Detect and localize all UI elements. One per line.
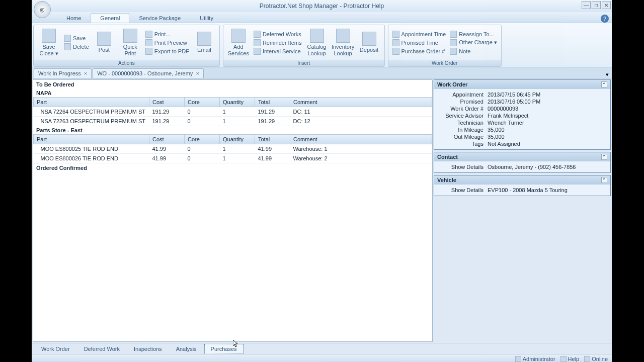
status-help[interactable]: Help (560, 356, 580, 362)
tab-wip[interactable]: Work In Progress× (34, 68, 92, 78)
deferred-works-button[interactable]: Deferred Works (253, 30, 303, 38)
other-charge-button[interactable]: Other Charge ▾ (449, 39, 498, 47)
column-header[interactable]: Part (34, 135, 149, 144)
other-charge-button-icon (450, 39, 457, 46)
table-row[interactable]: MOO ES800025 TIE ROD END41.990141.99Ware… (34, 144, 432, 154)
column-header[interactable]: Total (255, 98, 290, 107)
note-button-icon (450, 48, 457, 55)
info-row: Out Mileage35,000 (437, 133, 607, 140)
export-pdf-button[interactable]: Export to PDF (144, 47, 190, 55)
add-services-button[interactable]: Add Services (226, 27, 251, 58)
document-tabs: Work In Progress×WO - 0000000093 - Osbou… (32, 67, 612, 78)
save-close-button-icon (42, 29, 56, 43)
parts-table: PartCostCoreQuantityTotalCommentMOO ES80… (33, 134, 432, 163)
tab-wo-close-icon[interactable]: × (196, 70, 199, 76)
bottom-tab-analysis[interactable]: Analysis (170, 344, 203, 354)
close-window-button[interactable]: ✕ (602, 1, 611, 9)
contact-panel-header[interactable]: Contact⌃ (434, 152, 610, 161)
collapse-icon[interactable]: ⌃ (601, 177, 607, 183)
tab-wip-close-icon[interactable]: × (84, 70, 87, 76)
save-close-button[interactable]: Save Close ▾ (37, 27, 61, 58)
show-details-link[interactable]: Show Details (437, 164, 488, 170)
column-header[interactable]: Core (185, 98, 220, 107)
menu-tab-general[interactable]: General (91, 13, 129, 23)
bottom-tab-work-order[interactable]: Work Order (35, 344, 76, 354)
menu-bar: HomeGeneralService PackageUtility? (32, 12, 612, 23)
appointment-time-button[interactable]: Appointment Time (391, 30, 447, 38)
info-row: Appointment2013/07/15 06:45 PM (437, 91, 607, 98)
catalog-lookup-button[interactable]: Catalog Lookup (305, 27, 329, 58)
reassign-button[interactable]: Reassign To... (449, 30, 498, 38)
column-header[interactable]: Total (255, 135, 290, 144)
email-button-icon (197, 32, 211, 46)
ribbon-group-label: Insert (223, 60, 384, 66)
info-row: In Mileage35,000 (437, 126, 607, 133)
quick-print-button-icon (123, 29, 137, 43)
vendor-heading: Parts Store - East (33, 126, 432, 134)
catalog-lookup-button-icon (310, 29, 324, 43)
minimize-button[interactable]: — (582, 1, 591, 9)
doc-tabs-dropdown-icon[interactable]: ▾ (603, 71, 612, 78)
table-row[interactable]: MOO ES800026 TIE ROD END41.990141.99Ware… (34, 154, 432, 163)
print-button[interactable]: Print... (144, 30, 190, 38)
vehicle-panel: Vehicle⌃Show DetailsEVP100 - 2008 Mazda … (434, 175, 611, 196)
reminder-items-button[interactable]: Reminder Items (253, 39, 303, 47)
tab-wo[interactable]: WO - 0000000093 - Osbourne, Jeremy× (93, 68, 204, 78)
bottom-tab-inspections[interactable]: Inspections (127, 344, 169, 354)
post-button[interactable]: Post (92, 27, 116, 58)
purchase-order-button[interactable]: Purchase Order # (391, 47, 447, 55)
column-header[interactable]: Quantity (220, 98, 255, 107)
info-row: Service AdvisorFrank McInspect (437, 112, 607, 119)
status-online[interactable]: Online (584, 356, 608, 362)
purchase-order-button-icon (392, 48, 399, 55)
appointment-time-button-icon (392, 31, 399, 38)
bottom-tab-deferred-work[interactable]: Deferred Work (77, 344, 126, 354)
save-button-icon (64, 35, 71, 42)
print-preview-button[interactable]: Print Preview (144, 39, 190, 47)
table-row[interactable]: NSA 72264 OESPECTRUM PREMIUM ST191.29011… (34, 107, 432, 117)
vehicle-panel-header[interactable]: Vehicle⌃ (434, 175, 610, 185)
ribbon-group-label: Actions (34, 60, 219, 66)
interval-service-button[interactable]: Interval Service (253, 47, 303, 55)
delete-button[interactable]: Delete (63, 43, 90, 51)
column-header[interactable]: Quantity (220, 135, 255, 144)
column-header[interactable]: Comment (290, 135, 432, 144)
parts-table: PartCostCoreQuantityTotalCommentNSA 7226… (33, 97, 432, 126)
main-pane: To Be OrderedNAPAPartCostCoreQuantityTot… (33, 79, 433, 342)
email-button[interactable]: Email (192, 27, 216, 58)
promised-time-button[interactable]: Promised Time (391, 39, 447, 47)
add-services-button-icon (231, 29, 246, 43)
maximize-button[interactable]: □ (592, 1, 601, 9)
window-title: Protractor.Net Shop Manager - Protractor… (260, 3, 384, 10)
status-user[interactable]: Administrator (515, 356, 555, 362)
work-order-panel-header[interactable]: Work Order⌃ (434, 80, 610, 89)
menu-tab-service-package[interactable]: Service Package (129, 13, 190, 23)
menu-tab-utility[interactable]: Utility (190, 13, 223, 23)
deposit-button[interactable]: Deposit (357, 27, 381, 58)
status-help-icon (560, 356, 567, 362)
note-button[interactable]: Note (449, 47, 498, 55)
bottom-tab-purchases[interactable]: Purchases (204, 344, 244, 354)
table-row[interactable]: NSA 72263 OESPECTRUM PREMIUM ST191.29011… (34, 117, 432, 126)
help-icon[interactable]: ? (601, 15, 609, 23)
post-button-icon (97, 32, 111, 46)
column-header[interactable]: Part (34, 98, 149, 107)
collapse-icon[interactable]: ⌃ (601, 154, 607, 160)
export-pdf-button-icon (145, 48, 152, 55)
save-button[interactable]: Save (63, 34, 90, 42)
menu-tab-home[interactable]: Home (57, 13, 91, 23)
inventory-lookup-button[interactable]: Inventory Lookup (331, 27, 355, 58)
info-row: TagsNot Assigned (437, 140, 607, 147)
show-details-link[interactable]: Show Details (437, 187, 488, 193)
bottom-tabs: Work OrderDeferred WorkInspectionsAnalys… (32, 343, 612, 354)
collapse-icon[interactable]: ⌃ (601, 81, 607, 87)
print-button-icon (145, 31, 152, 38)
vendor-heading: NAPA (33, 89, 432, 97)
column-header[interactable]: Cost (149, 135, 185, 144)
column-header[interactable]: Core (185, 135, 220, 144)
app-logo-icon[interactable]: ◎ (34, 1, 51, 18)
column-header[interactable]: Comment (290, 98, 432, 107)
column-header[interactable]: Cost (149, 98, 185, 107)
inventory-lookup-button-icon (336, 29, 350, 43)
quick-print-button[interactable]: Quick Print (118, 27, 142, 58)
